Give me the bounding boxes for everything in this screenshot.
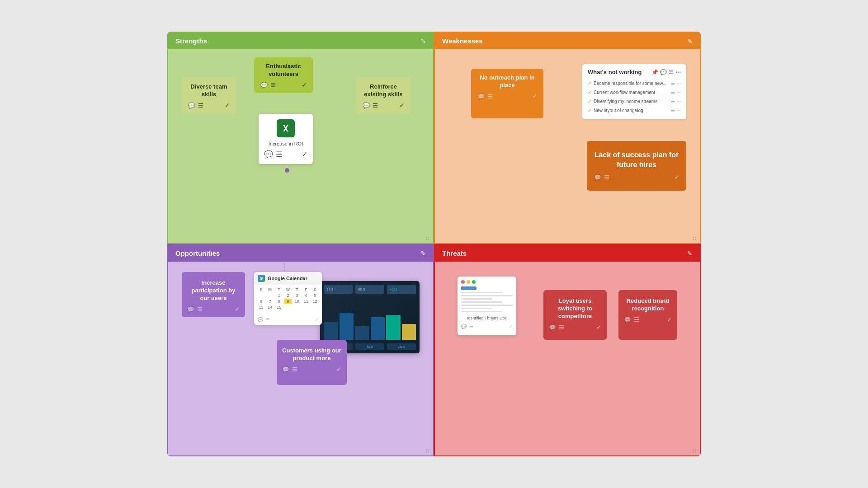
item-text-4: New layout of changelog xyxy=(594,108,643,113)
check-icon7: ✓ xyxy=(235,306,240,314)
cal-cell-12: 11 xyxy=(302,299,310,304)
traffic-yellow xyxy=(467,280,470,284)
opportunities-quadrant: Opportunities ✎ Increase participation b… xyxy=(167,244,434,456)
list-card-title: What's not working xyxy=(588,69,642,75)
traffic-red xyxy=(461,280,465,284)
google-calendar-card[interactable]: G Google Calendar S M T W T F S 1 2 3 4 … xyxy=(254,272,322,325)
no-outreach-card[interactable]: No outreach plan in place 💬 ☰ ✓ xyxy=(471,69,543,118)
list-item-3[interactable]: ✓ Diversifying my income streams ☰⋯ xyxy=(588,97,681,106)
pin-icon: 📌 xyxy=(651,69,658,75)
chat-icon: 💬 xyxy=(660,69,667,75)
excel-icon: X xyxy=(277,119,295,137)
opportunities-edit-icon[interactable]: ✎ xyxy=(420,250,426,257)
cal-cell-9: 8 xyxy=(275,299,283,304)
item-text-2: Current workflow management xyxy=(594,90,655,95)
enthusiastic-volunteers-text: Enthusiastic volunteers xyxy=(260,63,307,78)
doc-line-blue xyxy=(461,286,476,290)
gcal-logo: G xyxy=(258,275,265,282)
list-icon: ☰ xyxy=(198,102,203,110)
more-icon: ⋯ xyxy=(675,69,681,75)
list-icon9: ☰ xyxy=(469,324,473,329)
check-icon4: ✓ xyxy=(302,150,307,159)
cal-cell-16: 15 xyxy=(275,305,283,310)
comment-icon2: 💬 xyxy=(260,82,268,89)
strengths-title: Strengths xyxy=(175,37,207,45)
doc-line-2 xyxy=(461,295,513,296)
comment-icon6: 💬 xyxy=(594,174,601,182)
item-text-3: Diversifying my income streams xyxy=(594,99,657,104)
reinforce-footer: 💬 ☰ ✓ xyxy=(363,102,404,110)
customers-product-text: Customers using our product more xyxy=(282,347,341,362)
doc-footer: 💬 ☰ ✓ xyxy=(461,324,513,329)
threats-quadrant: Threats ✎ Identified Threats Doc xyxy=(434,244,701,456)
participation-footer: 💬 ☰ ✓ xyxy=(187,306,240,314)
reduced-brand-text: Reduced brand recognition xyxy=(624,297,672,313)
doc-line-1 xyxy=(461,292,502,293)
item-check-4: ✓ xyxy=(588,108,592,113)
enthusiastic-volunteers-card[interactable]: Enthusiastic volunteers 💬 ☰ ✓ xyxy=(254,57,313,93)
check-icon2: ✓ xyxy=(302,82,307,89)
comment-icon10: 💬 xyxy=(549,324,556,332)
item-icon-2a: ☰ xyxy=(671,90,675,95)
check-icon9: ✓ xyxy=(509,324,513,329)
comment-icon8: 💬 xyxy=(282,366,289,374)
reinforce-skills-card[interactable]: Reinforce existing skills 💬 ☰ ✓ xyxy=(356,78,410,113)
cal-cell-15: 14 xyxy=(266,305,274,310)
lack-success-card[interactable]: Lack of success plan for future hires 💬 … xyxy=(587,141,686,191)
item-icon-4b: ⋯ xyxy=(676,108,681,113)
check-icon8: ✓ xyxy=(336,366,341,374)
list-icon10: ☰ xyxy=(559,324,564,332)
diverse-team-card[interactable]: Diverse team skills 💬 ☰ ✓ xyxy=(182,78,236,113)
comment-icon7: 💬 xyxy=(187,306,194,314)
weaknesses-edit-icon[interactable]: ✎ xyxy=(687,38,693,45)
increase-participation-text: Increase participation by our users xyxy=(187,279,240,302)
enthusiastic-footer: 💬 ☰ ✓ xyxy=(260,82,307,89)
threats-header: Threats ✎ xyxy=(435,245,700,262)
whats-not-working-card[interactable]: What's not working 📌 💬 ☰ ⋯ ✓ Became resp… xyxy=(582,64,686,119)
swot-board: Strengths ✎ Diverse team skills 💬 ☰ ✓ En… xyxy=(167,32,701,456)
cal-cell-11: 10 xyxy=(292,299,301,304)
customers-product-card[interactable]: Customers using our product more 💬 ☰ ✓ xyxy=(277,340,347,385)
cal-cell-14: 13 xyxy=(257,305,265,310)
list-item-4[interactable]: ✓ New layout of changelog ☰⋯ xyxy=(588,106,681,115)
list-icon7: ☰ xyxy=(197,306,203,314)
cal-cell-5: 4 xyxy=(302,293,310,298)
comment-icon: 💬 xyxy=(188,102,195,110)
loyal-footer: 💬 ☰ ✓ xyxy=(549,324,601,332)
cal-day-0: S xyxy=(257,287,265,292)
strengths-edit-icon[interactable]: ✎ xyxy=(420,38,426,45)
threats-zoom xyxy=(693,449,696,453)
check-icon5: ✓ xyxy=(532,93,537,101)
doc-line-5 xyxy=(461,305,513,306)
dash-metric-2: 99.5 xyxy=(358,287,365,291)
cal-cell-0 xyxy=(257,293,265,298)
item-icon-4a: ☰ xyxy=(671,108,675,113)
cal-day-6: S xyxy=(311,287,319,292)
loyal-users-card[interactable]: Loyal users switching to competitors 💬 ☰… xyxy=(543,290,607,340)
check-icon10: ✓ xyxy=(596,324,601,332)
identified-threats-card[interactable]: Identified Threats Doc 💬 ☰ ✓ xyxy=(458,277,516,335)
dash-metric-1: 99.3 xyxy=(326,287,334,291)
reduced-brand-card[interactable]: Reduced brand recognition 💬 ☰ ✓ xyxy=(618,290,677,340)
cal-cell-10: 9 xyxy=(284,299,292,304)
cal-cell-1 xyxy=(266,293,274,298)
item-icon-1a: ☰ xyxy=(671,81,675,86)
cal-day-4: T xyxy=(292,287,301,292)
list-item-1[interactable]: ✓ Became responsible for some new... ☰⋯ xyxy=(588,79,681,88)
gcal-list-icon: ☰ xyxy=(266,317,270,322)
comment-icon3: 💬 xyxy=(363,102,370,110)
strengths-header: Strengths ✎ xyxy=(168,33,433,49)
increase-roi-card[interactable]: X Increase in ROI 💬 ☰ ✓ xyxy=(259,114,313,164)
diverse-team-text: Diverse team skills xyxy=(188,83,230,99)
gcal-check-icon: ✓ xyxy=(315,317,318,322)
list-icon8: ☰ xyxy=(292,366,297,374)
threats-title: Threats xyxy=(442,249,467,257)
increase-participation-card[interactable]: Increase participation by our users 💬 ☰ … xyxy=(182,272,245,317)
traffic-green xyxy=(472,280,476,284)
comment-icon9: 💬 xyxy=(461,324,467,329)
cal-cell-6: 5 xyxy=(311,293,319,298)
list-item-2[interactable]: ✓ Current workflow management ☰⋯ xyxy=(588,88,681,97)
doc-traffic-lights xyxy=(461,280,513,284)
doc-title-text: Identified Threats Doc xyxy=(461,316,513,320)
threats-edit-icon[interactable]: ✎ xyxy=(687,250,693,257)
